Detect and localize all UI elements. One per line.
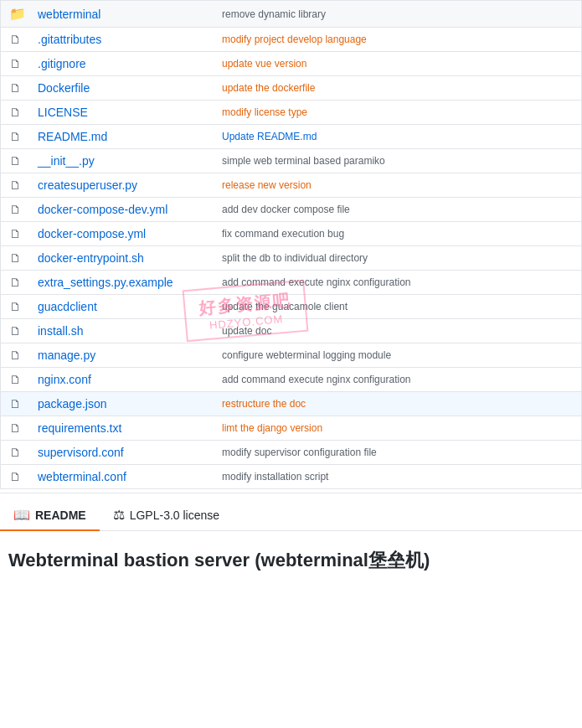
tab-readme[interactable]: 📖README (0, 500, 100, 531)
commit-message: update the dockerfile (214, 76, 582, 101)
table-row[interactable]: 🗋webterminal.confmodify installation scr… (1, 465, 582, 489)
file-name[interactable]: guacdclient (29, 295, 214, 319)
file-name[interactable]: LICENSE (29, 101, 214, 125)
tab-icon: ⚖ (113, 507, 125, 523)
commit-message: simple web terminal based paramiko (214, 149, 582, 173)
tab-label: README (35, 509, 86, 522)
file-name[interactable]: webterminal (29, 1, 214, 28)
tabs-section: 📖README⚖LGPL-3.0 license (0, 493, 582, 531)
file-icon: 🗋 (1, 173, 30, 198)
commit-message: modify installation script (214, 465, 582, 489)
file-icon: 🗋 (1, 271, 30, 295)
file-name[interactable]: .gitattributes (29, 28, 214, 52)
table-row[interactable]: 📁webterminalremove dynamic library (1, 1, 582, 28)
table-row[interactable]: 🗋nginx.confadd command execute nginx con… (1, 368, 582, 392)
commit-message: modify license type (214, 101, 582, 125)
table-row[interactable]: 🗋install.shupdate doc (1, 319, 582, 343)
file-name[interactable]: Dockerfile (29, 76, 214, 101)
file-name[interactable]: package.json (29, 392, 214, 416)
commit-message: remove dynamic library (214, 1, 582, 28)
commit-message: update the guacamole client (214, 295, 582, 319)
table-row[interactable]: 🗋.gitignoreupdate vue version (1, 52, 582, 76)
file-name[interactable]: .gitignore (29, 52, 214, 76)
commit-message: modify supervisor configuration file (214, 441, 582, 465)
table-row[interactable]: 🗋docker-compose-dev.ymladd dev docker co… (1, 198, 582, 222)
table-row[interactable]: 🗋extra_settings.py.exampleadd command ex… (1, 271, 582, 295)
table-row[interactable]: 🗋README.mdUpdate README.md (1, 125, 582, 149)
table-row[interactable]: 🗋guacdclientupdate the guacamole client (1, 295, 582, 319)
file-name[interactable]: requirements.txt (29, 416, 214, 441)
file-icon: 🗋 (1, 28, 30, 52)
file-browser: 📁webterminalremove dynamic library🗋.gita… (0, 0, 582, 581)
tabs-row: 📖README⚖LGPL-3.0 license (0, 500, 582, 531)
file-name[interactable]: install.sh (29, 319, 214, 343)
commit-message: configure webterminal logging module (214, 343, 582, 368)
file-icon: 🗋 (1, 125, 30, 149)
file-icon: 🗋 (1, 149, 30, 173)
tab-label: LGPL-3.0 license (130, 509, 219, 522)
table-row[interactable]: 🗋requirements.txtlimt the django version (1, 416, 582, 441)
file-icon: 🗋 (1, 368, 30, 392)
table-row[interactable]: 🗋manage.pyconfigure webterminal logging … (1, 343, 582, 368)
table-row[interactable]: 🗋LICENSEmodify license type (1, 101, 582, 125)
file-name[interactable]: docker-compose.yml (29, 222, 214, 246)
file-icon: 🗋 (1, 295, 30, 319)
commit-message: restructure the doc (214, 392, 582, 416)
commit-message: modify project develop language (214, 28, 582, 52)
commit-message: limt the django version (214, 416, 582, 441)
commit-message: add command execute nginx configuration (214, 271, 582, 295)
file-icon: 🗋 (1, 101, 30, 125)
commit-message: release new version (214, 173, 582, 198)
file-name[interactable]: docker-compose-dev.yml (29, 198, 214, 222)
file-icon: 🗋 (1, 319, 30, 343)
file-icon: 🗋 (1, 52, 30, 76)
commit-message: fix command execution bug (214, 222, 582, 246)
table-row[interactable]: 🗋package.jsonrestructure the doc (1, 392, 582, 416)
commit-message: add dev docker compose file (214, 198, 582, 222)
tab-lgpl-3.0-license[interactable]: ⚖LGPL-3.0 license (100, 500, 233, 531)
file-icon: 🗋 (1, 222, 30, 246)
commit-message: update vue version (214, 52, 582, 76)
file-icon: 🗋 (1, 343, 30, 368)
file-icon: 🗋 (1, 465, 30, 489)
commit-message: Update README.md (214, 125, 582, 149)
table-row[interactable]: 🗋createsuperuser.pyrelease new version (1, 173, 582, 198)
tab-icon: 📖 (13, 507, 30, 523)
file-name[interactable]: manage.py (29, 343, 214, 368)
table-row[interactable]: 🗋__init__.pysimple web terminal based pa… (1, 149, 582, 173)
file-name[interactable]: __init__.py (29, 149, 214, 173)
table-row[interactable]: 🗋Dockerfileupdate the dockerfile (1, 76, 582, 101)
bottom-title: Webterminal bastion server (webterminal堡… (0, 531, 582, 581)
file-icon: 🗋 (1, 246, 30, 271)
commit-message: update doc (214, 319, 582, 343)
file-name[interactable]: webterminal.conf (29, 465, 214, 489)
file-icon: 🗋 (1, 416, 30, 441)
table-row[interactable]: 🗋docker-compose.ymlfix command execution… (1, 222, 582, 246)
commit-message: add command execute nginx configuration (214, 368, 582, 392)
file-name[interactable]: createsuperuser.py (29, 173, 214, 198)
file-table: 📁webterminalremove dynamic library🗋.gita… (0, 0, 582, 489)
table-row[interactable]: 🗋docker-entrypoint.shsplit the db to ind… (1, 246, 582, 271)
table-row[interactable]: 🗋.gitattributesmodify project develop la… (1, 28, 582, 52)
file-name[interactable]: README.md (29, 125, 214, 149)
file-icon: 🗋 (1, 392, 30, 416)
file-name[interactable]: supervisord.conf (29, 441, 214, 465)
file-icon: 🗋 (1, 198, 30, 222)
file-name[interactable]: docker-entrypoint.sh (29, 246, 214, 271)
file-icon: 🗋 (1, 441, 30, 465)
table-row[interactable]: 🗋supervisord.confmodify supervisor confi… (1, 441, 582, 465)
file-name[interactable]: nginx.conf (29, 368, 214, 392)
folder-icon: 📁 (1, 1, 30, 28)
file-icon: 🗋 (1, 76, 30, 101)
commit-message: split the db to individual directory (214, 246, 582, 271)
file-name[interactable]: extra_settings.py.example (29, 271, 214, 295)
